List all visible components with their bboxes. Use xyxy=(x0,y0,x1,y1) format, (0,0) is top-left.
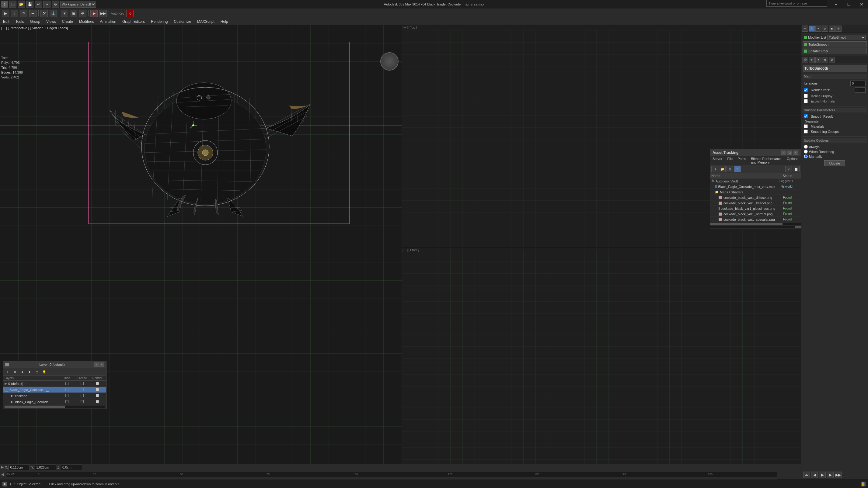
asset-scroll-thumb[interactable] xyxy=(710,223,782,225)
new-btn[interactable]: ▢ xyxy=(9,1,17,8)
menu-rendering[interactable]: Rendering xyxy=(148,18,171,25)
layer-add-selection-btn[interactable]: ⬇ xyxy=(19,369,25,375)
anim-play-btn[interactable]: ▶ xyxy=(819,471,826,478)
menu-animation[interactable]: Animation xyxy=(97,18,119,25)
modify-panel-icon active[interactable]: ✎ xyxy=(809,26,815,32)
transform-gizmo[interactable] xyxy=(189,121,198,130)
asset-vscroll-thumb[interactable] xyxy=(795,226,801,228)
menu-edit[interactable]: Edit xyxy=(0,18,12,25)
modifier-editable-poly[interactable]: Editable Poly xyxy=(803,48,867,54)
remove-modifier-btn[interactable]: 🗑 xyxy=(822,57,828,63)
asset-row-max-file[interactable]: Black_Eagle_Cockade_max_vray.max Network… xyxy=(710,184,801,189)
ts-smooth-result-check[interactable] xyxy=(804,114,808,118)
layer-eagle-render[interactable] xyxy=(90,388,105,392)
layer-delete-btn[interactable]: ✕ xyxy=(12,369,18,375)
layer-eagle-hide[interactable] xyxy=(59,388,74,392)
ts-update-btn[interactable]: Update xyxy=(824,160,845,166)
asset-menu-file[interactable]: File xyxy=(725,156,735,165)
layer-select-layer-btn[interactable]: ◻ xyxy=(34,369,40,375)
mirror-btn[interactable]: ☀ xyxy=(61,10,68,17)
asset-maximize-btn[interactable]: □ xyxy=(787,151,792,155)
layer-row-cockade[interactable]: ▶ cockade xyxy=(3,393,106,399)
array-btn[interactable]: ▣ xyxy=(70,10,77,17)
layer-eagle-freeze[interactable] xyxy=(74,388,90,392)
menu-create[interactable]: Create xyxy=(59,18,76,25)
anim-prev-key-btn[interactable]: ◀ xyxy=(811,471,818,478)
asset-menu-options[interactable]: Options xyxy=(784,156,801,165)
motion-panel-icon[interactable]: ▷ xyxy=(822,26,828,32)
menu-help[interactable]: Help xyxy=(218,18,231,25)
render-btn[interactable]: ▶ xyxy=(90,10,98,17)
menu-views[interactable]: Views xyxy=(43,18,59,25)
open-btn[interactable]: 📂 xyxy=(18,1,25,8)
show-end-result-btn[interactable]: 👁 xyxy=(809,57,815,63)
layer-eagle-sub-hide[interactable] xyxy=(59,400,74,404)
minimize-button[interactable]: − xyxy=(830,0,842,8)
ts-render-iters-check[interactable] xyxy=(804,88,808,92)
asset-vscrollbar[interactable] xyxy=(710,226,801,228)
asset-list-btn[interactable]: ≡ xyxy=(734,166,741,172)
small-viewport-bottom[interactable]: [ + ] [ Front ] xyxy=(402,248,801,470)
make-unique-btn[interactable]: ✦ xyxy=(815,57,822,63)
y-input[interactable] xyxy=(35,464,56,470)
ts-smoothing-groups-check[interactable] xyxy=(804,130,808,133)
ts-always-radio[interactable] xyxy=(804,145,808,149)
ts-materials-check[interactable] xyxy=(804,124,808,128)
navigation-cube[interactable] xyxy=(380,52,399,70)
settings-btn[interactable]: ⚙ xyxy=(52,1,59,8)
layer-highlight-btn[interactable]: 💡 xyxy=(41,369,47,375)
workspace-dropdown[interactable]: Workspace: Default xyxy=(60,1,96,8)
anim-go-start-btn[interactable]: ◂◂ xyxy=(803,471,810,478)
asset-merge-btn[interactable]: ⊞ xyxy=(726,166,733,172)
asset-row-vault[interactable]: 🏛 Autodesk Vault Logged O... xyxy=(710,178,801,184)
layer-row-black-eagle[interactable]: Black_Eagle_Cockade xyxy=(3,387,106,393)
asset-locate-btn[interactable]: 📁 xyxy=(719,166,725,172)
pin-stack-btn[interactable]: 📌 xyxy=(802,57,808,63)
asset-row-specular[interactable]: cockade_black_var1_specular.png Found xyxy=(710,217,801,222)
asset-row-glossiness[interactable]: cockade_black_var1_glossiness.png Found xyxy=(710,206,801,211)
ts-iterations-input[interactable] xyxy=(850,80,866,86)
anim-go-end-btn[interactable]: ▶▶ xyxy=(835,471,841,478)
scale-btn[interactable]: ↦ xyxy=(29,10,36,17)
display-panel-icon[interactable]: ◉ xyxy=(829,26,835,32)
asset-log-btn[interactable]: 📋 xyxy=(793,166,800,172)
anim-next-key-btn[interactable]: ▶ xyxy=(827,471,834,478)
layer-help-btn[interactable]: ? xyxy=(94,362,99,367)
asset-menu-bitmap-perf[interactable]: Bitmap Performance and Memory xyxy=(748,156,784,165)
layer-eagle-sub-freeze[interactable] xyxy=(74,400,90,404)
menu-maxscript[interactable]: MAXScript xyxy=(194,18,218,25)
quick-render-btn[interactable]: ▶▶ xyxy=(99,10,107,17)
ts-manually-radio[interactable] xyxy=(804,155,808,158)
timeline[interactable]: ◀ 0 / 225 0 25 50 75 100 125 150 175 200… xyxy=(0,470,801,479)
layer-eagle-sub-render[interactable] xyxy=(90,400,105,404)
layer-cockade-render[interactable] xyxy=(90,394,105,398)
search-input[interactable] xyxy=(766,0,827,7)
ts-isoline-check[interactable] xyxy=(804,94,808,98)
modifier-list-dropdown[interactable]: TurboSmooth xyxy=(827,35,866,40)
close-button[interactable]: ✕ xyxy=(855,0,868,8)
asset-menu-paths[interactable]: Paths xyxy=(735,156,748,165)
asset-menu-server[interactable]: Server xyxy=(710,156,725,165)
layer-default-hide[interactable] xyxy=(59,382,74,386)
modifier-turbosmooth[interactable]: TurboSmooth xyxy=(803,41,867,47)
layer-row-eagle-sub[interactable]: ▶ Black_Eagle_Cockade xyxy=(3,399,106,405)
hierarchy-panel-icon[interactable]: ⚭ xyxy=(815,26,822,32)
menu-tools[interactable]: Tools xyxy=(12,18,27,25)
key-toggle[interactable]: K xyxy=(126,10,133,17)
layer-cockade-freeze[interactable] xyxy=(74,394,90,398)
asset-row-normal[interactable]: cockade_black_var1_normal.png Found xyxy=(710,211,801,217)
menu-graph-editors[interactable]: Graph Editors xyxy=(119,18,148,25)
asset-minimize-btn[interactable]: − xyxy=(781,151,786,155)
bind-btn[interactable]: ⚓ xyxy=(50,10,57,17)
snap-btn[interactable]: ⛧ xyxy=(79,10,86,17)
save-btn[interactable]: 💾 xyxy=(26,1,33,8)
ts-explicit-normals-check[interactable] xyxy=(804,99,808,103)
configure-btn[interactable]: ⚙ xyxy=(829,57,835,63)
menu-customize[interactable]: Customize xyxy=(171,18,194,25)
select-btn[interactable]: ▶ xyxy=(2,10,9,17)
layer-default-render[interactable] xyxy=(90,382,105,386)
layer-cockade-hide[interactable] xyxy=(59,394,74,398)
x-input[interactable] xyxy=(8,464,30,470)
asset-help-btn[interactable]: ? xyxy=(785,166,792,172)
layer-scrollbar[interactable] xyxy=(5,405,105,408)
